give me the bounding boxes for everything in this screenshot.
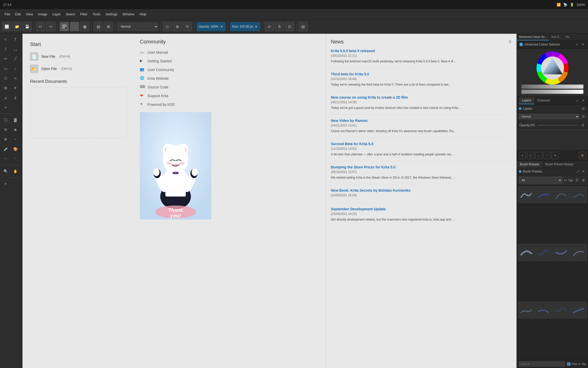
- undo-btn[interactable]: ↩: [36, 22, 45, 31]
- fill-tool[interactable]: ⬛: [1, 115, 10, 124]
- ellipse-tool[interactable]: ○: [11, 64, 20, 73]
- layers-blend-select[interactable]: Normal: [519, 114, 579, 119]
- layers-expand-btn[interactable]: ⤢: [575, 98, 580, 103]
- news-title-7[interactable]: September Development Update: [331, 207, 512, 211]
- angle-tool[interactable]: ∠: [11, 93, 20, 102]
- grid-btn[interactable]: ▤: [94, 22, 103, 31]
- brush-presets-expand-btn[interactable]: ⤢: [576, 169, 581, 174]
- redo-btn[interactable]: ↪: [46, 22, 55, 31]
- new-file-action[interactable]: 📄 New File (Ctrl+N): [30, 52, 127, 61]
- brush-item-2[interactable]: [553, 186, 570, 203]
- brush-item-7[interactable]: [570, 244, 587, 261]
- brush-item-10[interactable]: [553, 302, 570, 318]
- alpha-lock-btn[interactable]: ⊞: [173, 22, 182, 31]
- community-krita-website[interactable]: 🌐 Krita Website: [140, 76, 321, 81]
- brush-item-11[interactable]: [570, 302, 587, 318]
- community-support-krita[interactable]: ❤ Support Krita: [140, 93, 321, 98]
- layer-properties-btn[interactable]: ≡: [552, 152, 559, 159]
- community-source-code[interactable]: ⌨ Source Code: [140, 85, 321, 90]
- brush-item-5[interactable]: [535, 244, 552, 261]
- color-select-tool[interactable]: 🎨: [11, 144, 20, 154]
- news-title-4[interactable]: Second Beta for Krita 5.0: [331, 142, 512, 146]
- smear-tool[interactable]: ~: [11, 135, 20, 144]
- rectangle-tool[interactable]: ▭: [1, 64, 10, 73]
- saturation-slider[interactable]: [521, 90, 583, 94]
- news-title-5[interactable]: Bumping the Store Prices for Krita 5.0: [331, 165, 512, 169]
- canvas-toggle-btn[interactable]: ⬜: [2, 22, 11, 31]
- news-title-1[interactable]: Third beta for Krita 5.0: [331, 72, 512, 76]
- menu-tools[interactable]: Tools: [90, 11, 103, 17]
- size-dropdown-btn[interactable]: ▾: [254, 22, 258, 31]
- layers-opacity-slider[interactable]: [537, 125, 578, 126]
- layers-opacity-options-btn[interactable]: ☰: [580, 123, 585, 128]
- color-picker-tool[interactable]: 💉: [1, 144, 10, 154]
- brush-item-3[interactable]: [570, 186, 587, 203]
- community-user-manual[interactable]: 📖 User Manual: [140, 50, 321, 55]
- menu-filter[interactable]: Filter: [78, 11, 90, 17]
- community-getting-started[interactable]: ▶ Getting Started: [140, 59, 321, 64]
- filter-in-tag-label[interactable]: Filter in Tag: [567, 362, 586, 366]
- colour-selector-expand-btn[interactable]: ⤢: [574, 42, 579, 47]
- lasso-tool[interactable]: ⤴: [1, 44, 10, 54]
- multibrush-btn[interactable]: ⊞: [104, 22, 113, 31]
- tab-brush-presets[interactable]: Brush Presets: [517, 161, 542, 168]
- smart-patch-tool[interactable]: ◈: [11, 125, 20, 134]
- edit-nodes-tool[interactable]: ⋄: [1, 103, 10, 112]
- clone-tool[interactable]: ⊕: [1, 135, 10, 144]
- add-layer-btn[interactable]: +: [519, 152, 526, 159]
- wrap-btn[interactable]: ⊡: [285, 22, 294, 31]
- news-title-0[interactable]: Krita 5.0.0 beta 5 released: [331, 49, 512, 53]
- community-user-community[interactable]: 👥 User Community: [140, 67, 321, 72]
- duplicate-layer-btn[interactable]: □: [527, 152, 534, 159]
- panel-toggle-btn[interactable]: ▤: [299, 22, 308, 31]
- tab-advanced-colour[interactable]: Advanced Colour Se...: [517, 34, 549, 40]
- canvas-rotate-btn[interactable]: ⟳: [1, 179, 10, 188]
- open-file-action[interactable]: 📂 Open File (Ctrl+O): [30, 65, 127, 73]
- menu-help[interactable]: Help: [137, 11, 149, 17]
- crop-tool[interactable]: ⌞⌟: [11, 44, 20, 54]
- zoom-tool[interactable]: 🔍: [1, 167, 10, 176]
- brush-item-9[interactable]: [535, 302, 552, 318]
- community-kde[interactable]: ✦ Powered by KDE: [140, 102, 321, 107]
- tab-brush-history[interactable]: Brush Preset History: [542, 161, 576, 168]
- news-title-6[interactable]: New Book: Krita Secrets by Bohdan Kornie…: [331, 188, 512, 192]
- poly-tool[interactable]: ⬡: [1, 74, 10, 83]
- brush-presets-close-btn[interactable]: ✕: [581, 169, 586, 174]
- refresh-btn[interactable]: ↻: [183, 22, 192, 31]
- measure-tool[interactable]: ⊿: [1, 93, 10, 102]
- menu-layer[interactable]: Layer: [50, 11, 63, 17]
- news-title-2[interactable]: New course on using Krita to create a 2D…: [331, 95, 512, 99]
- layers-close-btn[interactable]: ✕: [581, 98, 586, 103]
- multibrush-tool[interactable]: ❊: [1, 125, 10, 134]
- brush-search-input[interactable]: [519, 361, 565, 366]
- move-up-btn[interactable]: ↑: [543, 152, 550, 159]
- filter-in-tag-checkbox[interactable]: [567, 362, 570, 366]
- move-down-btn[interactable]: ↓: [535, 152, 542, 159]
- brush-tag-select[interactable]: All: [519, 177, 562, 183]
- colour-wheel-container[interactable]: [536, 51, 569, 85]
- transform-tool[interactable]: ⊞: [1, 83, 10, 93]
- brush-item-8[interactable]: [518, 302, 535, 318]
- open-file-btn[interactable]: 📁: [12, 22, 21, 31]
- bezier-tool[interactable]: ∿: [11, 74, 20, 83]
- delete-layer-btn[interactable]: 🗑: [579, 152, 586, 159]
- value-slider[interactable]: [521, 85, 583, 89]
- tab-layers[interactable]: Layers: [519, 97, 534, 104]
- news-options-btn[interactable]: ☰: [509, 40, 511, 44]
- news-title-3[interactable]: New Video by Ramon:: [331, 119, 512, 123]
- menu-view[interactable]: View: [23, 11, 35, 17]
- save-btn[interactable]: 💾: [22, 22, 32, 31]
- menu-window[interactable]: Window: [120, 11, 137, 17]
- opacity-dropdown-btn[interactable]: ▾: [219, 22, 224, 31]
- tab-channels[interactable]: Channels: [534, 97, 553, 104]
- brush-item-6[interactable]: [553, 244, 570, 261]
- select-tool[interactable]: ↖: [1, 35, 10, 44]
- layers-blend-filter-btn[interactable]: ⊟: [581, 114, 586, 119]
- brush-list-view-btn[interactable]: ☰: [574, 178, 579, 183]
- fg-color-btn[interactable]: [70, 22, 79, 31]
- menu-edit[interactable]: Edit: [13, 11, 23, 17]
- brush-item-4[interactable]: [518, 244, 535, 261]
- tab-overview[interactable]: Ov...: [564, 34, 573, 40]
- menu-image[interactable]: Image: [35, 11, 50, 17]
- color-swap-btn[interactable]: [60, 22, 69, 31]
